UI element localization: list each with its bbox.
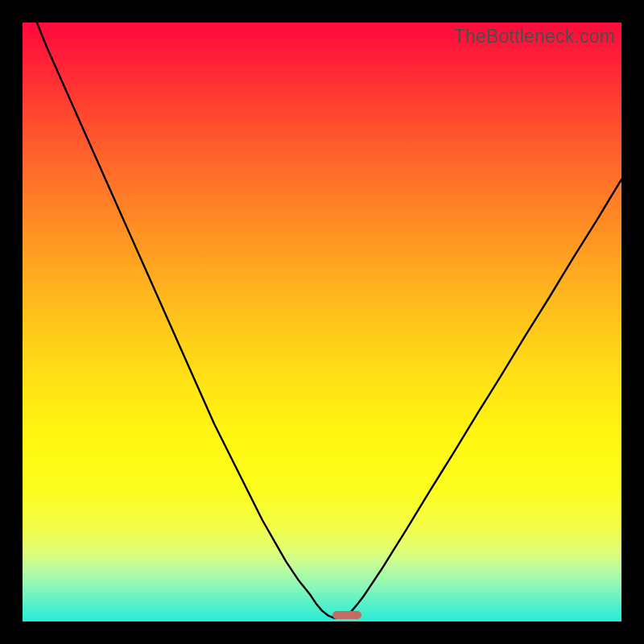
chart-frame: TheBottleneck.com — [0, 0, 644, 644]
chart-plot-area: TheBottleneck.com — [23, 23, 621, 621]
optimum-marker — [332, 611, 361, 619]
bottleneck-curve — [23, 23, 621, 621]
